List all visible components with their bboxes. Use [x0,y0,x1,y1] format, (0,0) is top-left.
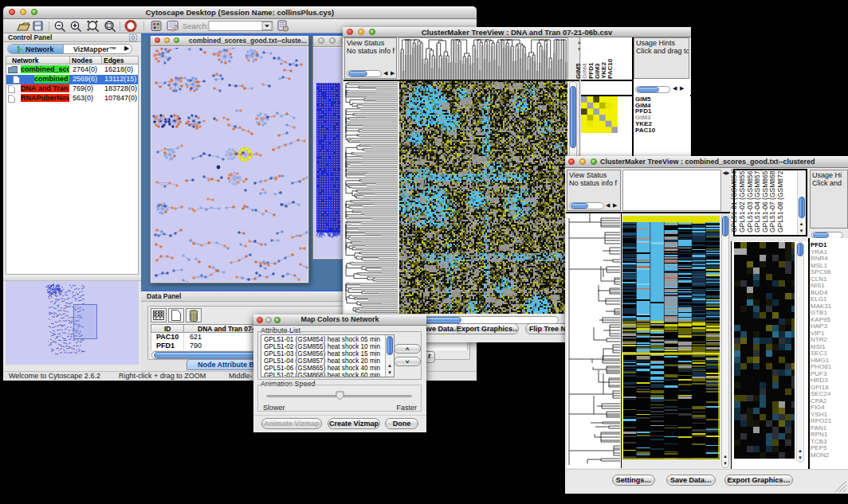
svg-text:Search:: Search: [183,21,209,30]
